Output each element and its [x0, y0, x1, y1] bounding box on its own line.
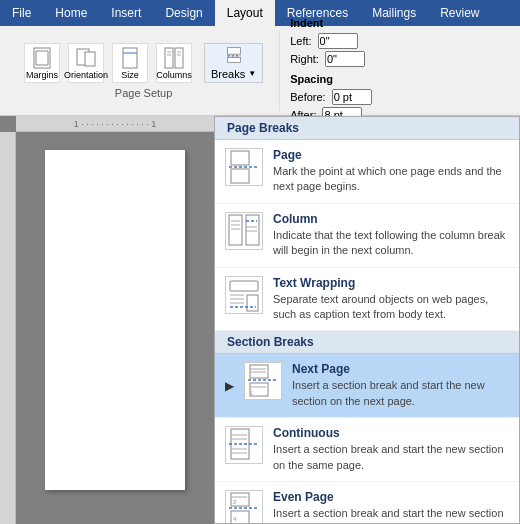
indent-label: Indent [290, 17, 371, 29]
svg-rect-10 [175, 48, 183, 68]
column-item-desc: Indicate that the text following the col… [273, 228, 509, 259]
menu-item-even-page[interactable]: 2 4 Even Page Insert a section break and… [215, 482, 519, 524]
menu-item-column[interactable]: Column Indicate that the text following … [215, 204, 519, 268]
tab-file[interactable]: File [0, 0, 43, 26]
indent-left-input[interactable] [318, 33, 358, 49]
menu-item-page[interactable]: Page Mark the point at which one page en… [215, 140, 519, 204]
selected-arrow: ▶ [225, 379, 234, 393]
breaks-dropdown-panel: Page Breaks Page Mark the point at which… [214, 116, 520, 524]
page-setup-group: Margins Orientation Size [8, 30, 280, 111]
svg-rect-29 [230, 281, 258, 291]
page-item-text: Page Mark the point at which one page en… [273, 148, 509, 195]
page-ruler: 1 · · · · · · · · · · · · · · 1 [16, 116, 214, 132]
continuous-item-desc: Insert a section break and start the new… [273, 442, 509, 473]
indent-right-input[interactable] [325, 51, 365, 67]
main-area: 1 · · · · · · · · · · · · · · 1 Page Bre… [0, 116, 520, 524]
svg-rect-9 [165, 48, 173, 68]
continuous-item-text: Continuous Insert a section break and st… [273, 426, 509, 473]
page-breaks-header: Page Breaks [215, 117, 519, 140]
tab-insert[interactable]: Insert [99, 0, 153, 26]
even-page-item-text: Even Page Insert a section break and sta… [273, 490, 509, 524]
menu-item-continuous[interactable]: Continuous Insert a section break and st… [215, 418, 519, 482]
svg-rect-17 [227, 57, 240, 62]
page-area: 1 · · · · · · · · · · · · · · 1 [0, 116, 214, 524]
breaks-dropdown-arrow: ▼ [248, 69, 256, 78]
even-page-icon: 2 4 [225, 490, 263, 524]
svg-rect-20 [231, 169, 249, 183]
text-wrapping-item-text: Text Wrapping Separate text around objec… [273, 276, 509, 323]
size-button[interactable]: Size [112, 43, 148, 83]
svg-rect-6 [85, 52, 95, 66]
spacing-label: Spacing [290, 73, 371, 85]
ribbon: File Home Insert Design Layout Reference… [0, 0, 520, 26]
orientation-button[interactable]: Orientation [68, 43, 104, 83]
margins-button[interactable]: Margins [24, 43, 60, 83]
next-page-item-text: Next Page Insert a section break and sta… [292, 362, 509, 409]
svg-rect-18 [231, 151, 249, 165]
svg-rect-15 [227, 47, 240, 54]
tab-review[interactable]: Review [428, 0, 491, 26]
text-wrapping-item-desc: Separate text around objects on web page… [273, 292, 509, 323]
next-page-item-title: Next Page [292, 362, 509, 376]
svg-rect-30 [247, 295, 258, 311]
page-break-icon [225, 148, 263, 186]
even-page-item-desc: Insert a section break and start the new… [273, 506, 509, 524]
svg-rect-21 [229, 215, 242, 245]
columns-button[interactable]: Columns [156, 43, 192, 83]
section-breaks-header: Section Breaks [215, 331, 519, 354]
page-item-desc: Mark the point at which one page ends an… [273, 164, 509, 195]
next-page-item-desc: Insert a section break and start the new… [292, 378, 509, 409]
continuous-item-title: Continuous [273, 426, 509, 440]
breaks-button[interactable]: Breaks ▼ [204, 43, 263, 83]
menu-item-next-page[interactable]: ▶ 1 Next Page Insert a section break and… [215, 354, 519, 418]
page-preview [45, 150, 185, 490]
indent-spacing-group: Indent Left: Right: Spacing Before: Afte… [280, 17, 381, 125]
page-setup-label: Page Setup [115, 87, 173, 99]
side-ruler [0, 132, 16, 524]
continuous-icon [225, 426, 263, 464]
tab-design[interactable]: Design [153, 0, 214, 26]
page-setup-icons: Margins Orientation Size [24, 43, 263, 83]
column-item-text: Column Indicate that the text following … [273, 212, 509, 259]
toolbar-area: Margins Orientation Size [0, 26, 520, 116]
even-page-item-title: Even Page [273, 490, 509, 504]
next-page-icon: 1 [244, 362, 282, 400]
column-break-icon [225, 212, 263, 250]
tab-layout[interactable]: Layout [215, 0, 275, 26]
text-wrapping-item-title: Text Wrapping [273, 276, 509, 290]
menu-item-text-wrapping[interactable]: Text Wrapping Separate text around objec… [215, 268, 519, 332]
svg-rect-7 [123, 48, 137, 68]
column-item-title: Column [273, 212, 509, 226]
text-wrapping-icon [225, 276, 263, 314]
spacing-before-input[interactable] [332, 89, 372, 105]
svg-rect-22 [246, 215, 259, 245]
tab-home[interactable]: Home [43, 0, 99, 26]
page-item-title: Page [273, 148, 509, 162]
